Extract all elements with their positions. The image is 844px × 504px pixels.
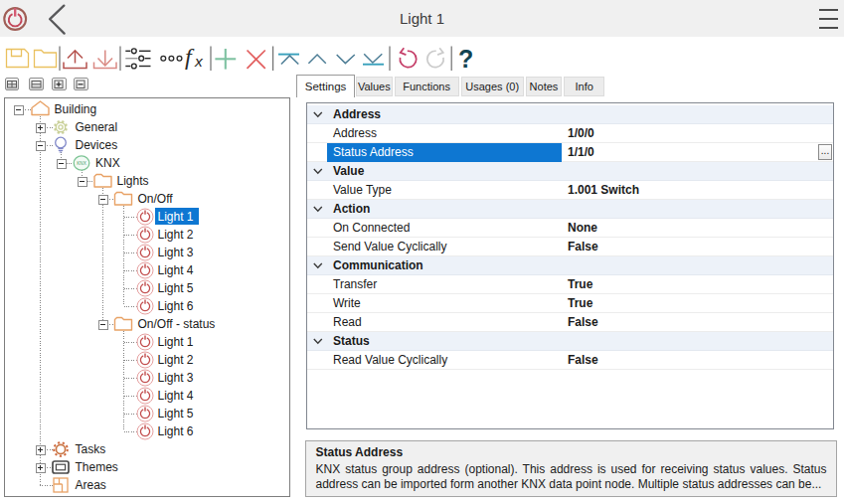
svg-text:KNX: KNX xyxy=(77,161,85,166)
svg-text:?: ? xyxy=(458,45,473,73)
svg-text:f: f xyxy=(185,44,195,70)
svg-text:x: x xyxy=(194,53,204,70)
